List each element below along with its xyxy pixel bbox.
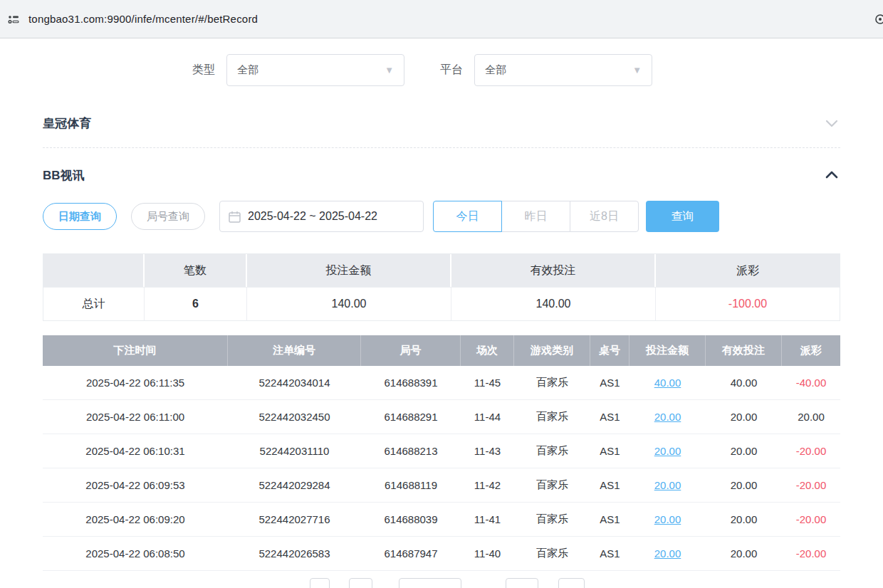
section-bb-video[interactable]: BB视讯 xyxy=(43,167,840,184)
summary-header-bet: 投注金额 xyxy=(247,254,451,287)
cell-bet-no: 522442026583 xyxy=(228,537,361,570)
summary-valid-value: 140.00 xyxy=(451,288,656,320)
pagination-page-size-select[interactable] xyxy=(399,578,461,588)
summary-bet-value: 140.00 xyxy=(247,288,451,320)
cell-game-type: 百家乐 xyxy=(514,366,590,399)
header-game-type: 游戏类别 xyxy=(514,335,590,366)
cell-table-no: AS1 xyxy=(590,400,629,434)
section-title-bb: BB视讯 xyxy=(43,167,85,184)
url-text[interactable]: tongbao31.com:9900/infe/mcenter/#/betRec… xyxy=(28,13,258,25)
cell-payout: 20.00 xyxy=(782,400,840,434)
cell-payout: -20.00 xyxy=(782,434,840,468)
chevron-up-icon[interactable] xyxy=(823,167,840,184)
cell-bet-no: 522442027716 xyxy=(228,503,361,536)
browser-settings-icon[interactable] xyxy=(873,12,883,26)
cell-table-no: AS1 xyxy=(590,468,629,502)
cell-payout: -20.00 xyxy=(782,503,840,536)
type-select[interactable]: 全部 ▼ xyxy=(226,54,404,86)
cell-session: 11-41 xyxy=(461,503,514,536)
type-filter-label: 类型 xyxy=(192,63,215,78)
cell-bet-time: 2025-04-22 06:11:35 xyxy=(43,366,228,399)
date-range-input[interactable]: 2025-04-22 ~ 2025-04-22 xyxy=(219,201,424,232)
chevron-down-icon: ▼ xyxy=(632,65,642,75)
summary-table: 笔数 投注金额 有效投注 派彩 总计 6 140.00 140.00 -100.… xyxy=(43,253,840,321)
cell-round-no: 614688291 xyxy=(361,400,461,434)
header-table-no: 桌号 xyxy=(590,335,629,366)
cell-bet-time: 2025-04-22 06:08:50 xyxy=(43,537,228,570)
browser-address-bar: tongbao31.com:9900/infe/mcenter/#/betRec… xyxy=(0,0,883,38)
bet-amount-link[interactable]: 20.00 xyxy=(629,503,706,536)
cell-payout: -20.00 xyxy=(782,537,840,570)
pagination-jump-input[interactable] xyxy=(558,578,585,588)
bet-amount-link[interactable]: 20.00 xyxy=(629,468,706,502)
date-shortcut-group: 今日 昨日 近8日 xyxy=(433,201,639,232)
cell-bet-no: 522442031110 xyxy=(228,434,361,468)
header-bet-no: 注单编号 xyxy=(228,335,361,366)
cell-round-no: 614688119 xyxy=(361,468,461,502)
cell-bet-time: 2025-04-22 06:10:31 xyxy=(43,434,228,468)
table-header-row: 下注时间 注单编号 局号 场次 游戏类别 桌号 投注金额 有效投注 派彩 xyxy=(43,335,840,366)
header-payout: 派彩 xyxy=(782,335,840,366)
last8days-button[interactable]: 近8日 xyxy=(570,201,639,232)
summary-total-row: 总计 6 140.00 140.00 -100.00 xyxy=(43,287,840,320)
round-query-tab[interactable]: 局号查询 xyxy=(131,203,205,230)
bet-record-table: 下注时间 注单编号 局号 场次 游戏类别 桌号 投注金额 有效投注 派彩 202… xyxy=(43,335,840,571)
cell-valid-bet: 20.00 xyxy=(706,468,782,502)
pagination-next-button[interactable] xyxy=(506,578,538,588)
cell-bet-time: 2025-04-22 06:09:53 xyxy=(43,468,228,502)
table-row: 2025-04-22 06:08:50 522442026583 6146879… xyxy=(43,537,840,571)
table-row: 2025-04-22 06:09:53 522442029284 6146881… xyxy=(43,468,840,503)
bet-record-page: 类型 全部 ▼ 平台 全部 ▼ 皇冠体育 BB视讯 日期查询 局号查询 xyxy=(0,54,883,571)
cell-table-no: AS1 xyxy=(590,366,629,399)
header-round-no: 局号 xyxy=(361,335,461,366)
cell-table-no: AS1 xyxy=(590,434,629,468)
summary-header-valid: 有效投注 xyxy=(451,254,656,287)
summary-header-row: 笔数 投注金额 有效投注 派彩 xyxy=(43,254,840,287)
type-select-value: 全部 xyxy=(237,63,258,77)
cell-bet-no: 522442034014 xyxy=(228,366,361,399)
platform-select[interactable]: 全部 ▼ xyxy=(474,54,652,86)
chevron-down-icon[interactable] xyxy=(823,115,840,132)
summary-count-value: 6 xyxy=(145,288,247,320)
date-range-value: 2025-04-22 ~ 2025-04-22 xyxy=(248,210,377,223)
header-bet-amount: 投注金额 xyxy=(629,335,706,366)
cell-bet-time: 2025-04-22 06:11:00 xyxy=(43,400,228,434)
header-bet-time: 下注时间 xyxy=(43,335,228,366)
site-info-icon[interactable] xyxy=(7,13,20,26)
header-valid-bet: 有效投注 xyxy=(706,335,782,366)
cell-game-type: 百家乐 xyxy=(514,537,590,570)
summary-header-payout: 派彩 xyxy=(656,254,840,287)
cell-table-no: AS1 xyxy=(590,537,629,570)
cell-bet-time: 2025-04-22 06:09:20 xyxy=(43,503,228,536)
cell-valid-bet: 20.00 xyxy=(706,434,782,468)
date-query-tab[interactable]: 日期查询 xyxy=(43,203,117,230)
cell-game-type: 百家乐 xyxy=(514,400,590,434)
pagination-prev-button[interactable] xyxy=(310,578,330,588)
bet-amount-link[interactable]: 20.00 xyxy=(629,434,706,468)
today-button[interactable]: 今日 xyxy=(433,201,502,232)
cell-game-type: 百家乐 xyxy=(514,434,590,468)
cell-valid-bet: 20.00 xyxy=(706,537,782,570)
bet-amount-link[interactable]: 40.00 xyxy=(629,366,706,399)
summary-header-blank xyxy=(43,254,145,287)
search-button[interactable]: 查询 xyxy=(646,201,719,232)
cell-table-no: AS1 xyxy=(590,503,629,536)
yesterday-button[interactable]: 昨日 xyxy=(501,201,570,232)
cell-payout: -40.00 xyxy=(782,366,840,399)
section-crown-sports[interactable]: 皇冠体育 xyxy=(43,115,840,132)
section-title-crown: 皇冠体育 xyxy=(43,115,91,132)
pagination-page-button[interactable] xyxy=(349,578,372,588)
bet-amount-link[interactable]: 20.00 xyxy=(629,400,706,434)
platform-select-value: 全部 xyxy=(485,63,506,77)
calendar-icon xyxy=(229,211,241,223)
bet-amount-link[interactable]: 20.00 xyxy=(629,537,706,570)
cell-bet-no: 522442029284 xyxy=(228,468,361,502)
table-row: 2025-04-22 06:11:00 522442032450 6146882… xyxy=(43,400,840,434)
header-session: 场次 xyxy=(461,335,514,366)
cell-session: 11-42 xyxy=(461,468,514,502)
cell-session: 11-44 xyxy=(461,400,514,434)
table-row: 2025-04-22 06:09:20 522442027716 6146880… xyxy=(43,503,840,537)
cell-bet-no: 522442032450 xyxy=(228,400,361,434)
query-toolbar: 日期查询 局号查询 2025-04-22 ~ 2025-04-22 今日 昨日 … xyxy=(43,201,840,232)
chevron-down-icon: ▼ xyxy=(385,65,394,75)
